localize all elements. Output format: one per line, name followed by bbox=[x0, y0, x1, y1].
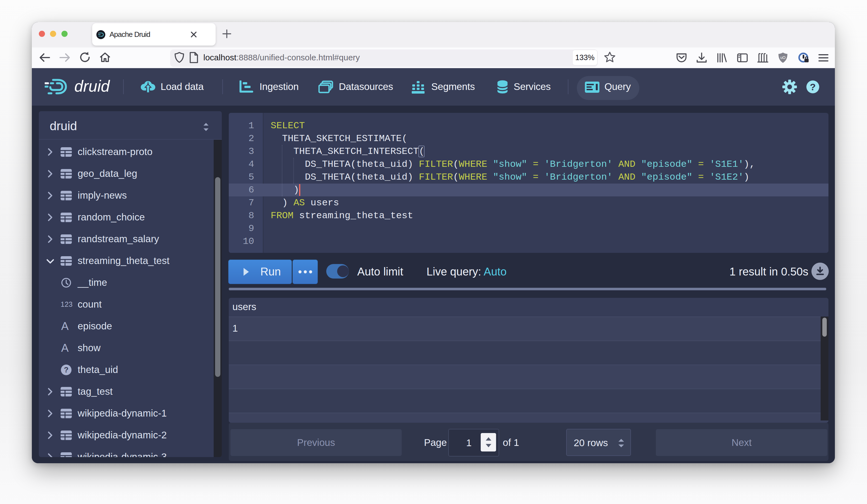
svg-text:uO: uO bbox=[780, 55, 786, 60]
